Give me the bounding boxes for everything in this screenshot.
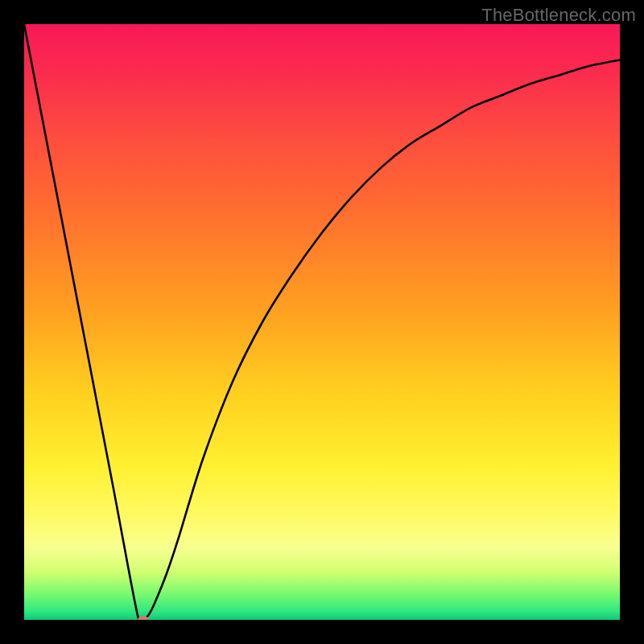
plot-area xyxy=(24,24,620,620)
chart-frame: TheBottleneck.com xyxy=(0,0,644,644)
bottleneck-curve-svg xyxy=(24,24,620,620)
bottleneck-curve-path xyxy=(24,24,620,620)
watermark-text: TheBottleneck.com xyxy=(481,5,636,26)
